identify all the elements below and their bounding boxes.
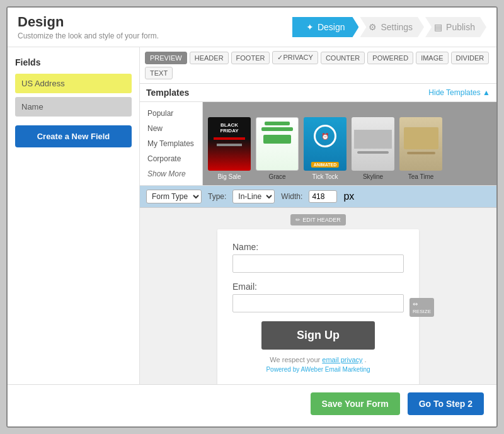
template-tick-tock-label: Tick Tock [312,173,338,180]
width-unit: px [343,191,354,202]
header-button[interactable]: HEADER [190,52,229,64]
field-label-address: US Address [21,79,65,88]
settings-icon: ⚙ [369,22,377,32]
name-label: Name: [232,242,404,252]
text-button[interactable]: TEXT [145,67,173,79]
templates-container: Popular New My Templates Corporate Show … [140,102,496,186]
template-thumbnails: BLACKFRIDAY Big Sale Grace [203,102,496,185]
template-skyline-label: Skyline [363,173,383,180]
tab-settings[interactable]: ⚙ Settings [353,17,424,37]
hide-templates-button[interactable]: Hide Templates ▲ [428,88,490,97]
edit-header-button[interactable]: ✏ EDIT HEADER [290,214,345,226]
template-tea-time[interactable]: Tea Time [399,117,442,180]
animated-badge: ANIMATED [311,162,339,168]
width-input[interactable] [309,190,337,203]
template-grace-label: Grace [268,173,285,180]
tab-publish[interactable]: ▤ Publish [419,17,486,37]
powered-button[interactable]: POWERED [367,52,413,64]
nav-tabs: ✦ Design ⚙ Settings ▤ Publish [292,17,486,37]
powered-text[interactable]: Powered by AWeber Email Marketing [232,366,404,373]
type-select[interactable]: In-Line [232,190,275,203]
divider-button[interactable]: DIVIDER [451,52,490,64]
image-button[interactable]: IMAGE [416,52,448,64]
footer-button[interactable]: FOOTER [231,52,270,64]
templates-bar: Templates Hide Templates ▲ [140,84,496,102]
header: Design Customize the look and style of y… [8,8,496,47]
template-tea-time-label: Tea Time [408,173,434,180]
field-item-name[interactable]: Name [15,97,132,117]
privacy-button[interactable]: ✓PRIVACY [272,51,318,64]
type-label: Type: [208,192,226,201]
template-grace[interactable]: Grace [256,117,299,180]
field-item-address[interactable]: US Address [15,74,132,93]
fields-title: Fields [15,57,132,67]
footer-bar: Save Your Form Go To Step 2 [8,384,496,422]
template-skyline[interactable]: Skyline [352,117,394,180]
header-left: Design Customize the look and style of y… [18,14,292,40]
templates-label: Templates [146,88,189,98]
info-bar: Have an integration with a website build… [8,422,496,428]
name-input[interactable] [232,254,404,273]
publish-icon: ▤ [434,22,442,32]
cat-show-more[interactable]: Show More [140,166,202,181]
template-tick-tock[interactable]: ⏰ ANIMATED Tick Tock [304,117,346,180]
tab-settings-label: Settings [381,22,413,32]
template-big-sale-label: Big Sale [217,173,241,180]
form-card: Name: Email: Sign Up We respect your ema… [217,229,419,384]
form-preview: ✏ EDIT HEADER Name: Email: Sign Up We re… [140,208,496,384]
field-label-name: Name [21,102,43,111]
options-row: Form Type Type: In-Line Width: px [140,186,496,208]
sidebar: Fields US Address Name Create a New Fiel… [8,47,140,384]
cat-corporate[interactable]: Corporate [140,151,202,166]
toolbar-row: PREVIEW HEADER FOOTER ✓PRIVACY COUNTER P… [140,47,496,84]
privacy-text: We respect your email privacy . [232,356,404,363]
page-subtitle: Customize the look and style of your for… [18,31,292,40]
save-button[interactable]: Save Your Form [311,392,400,415]
cat-popular[interactable]: Popular [140,106,202,121]
design-icon: ✦ [306,22,314,32]
main-content: Fields US Address Name Create a New Fiel… [8,47,496,384]
cat-new[interactable]: New [140,121,202,136]
counter-button[interactable]: COUNTER [321,52,365,64]
email-input[interactable] [232,294,404,312]
cat-my-templates[interactable]: My Templates [140,136,202,151]
edit-header-icon: ✏ [295,217,301,223]
signup-button[interactable]: Sign Up [261,321,375,350]
page-title: Design [18,14,292,30]
form-type-select[interactable]: Form Type [146,190,202,203]
design-area: PREVIEW HEADER FOOTER ✓PRIVACY COUNTER P… [140,47,496,384]
tab-publish-label: Publish [446,22,475,32]
template-categories: Popular New My Templates Corporate Show … [140,102,203,185]
go-to-step-2-button[interactable]: Go To Step 2 [408,392,484,415]
tab-design[interactable]: ✦ Design [292,17,359,37]
privacy-link[interactable]: email privacy [322,356,362,363]
tab-design-label: Design [318,22,345,32]
create-field-button[interactable]: Create a New Field [15,125,132,147]
resize-handle[interactable]: ⇔RESIZE [410,298,434,317]
template-big-sale[interactable]: BLACKFRIDAY Big Sale [208,117,251,180]
width-label: Width: [281,192,302,201]
email-label: Email: [232,282,404,292]
preview-button[interactable]: PREVIEW [145,52,187,64]
